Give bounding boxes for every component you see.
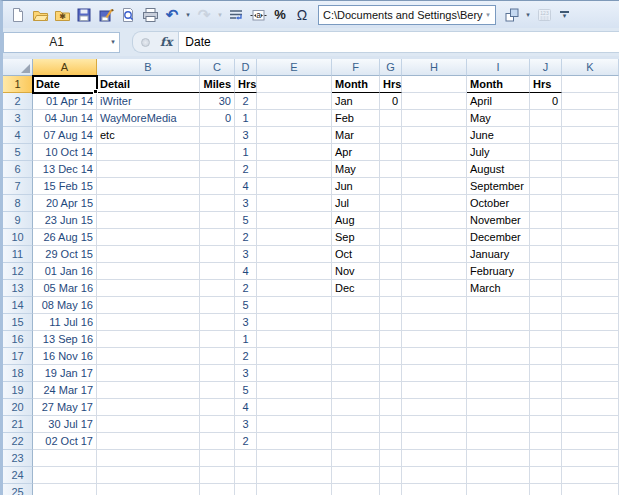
cell-I13[interactable]: March — [467, 280, 530, 297]
cell-C5[interactable] — [200, 144, 235, 161]
cell-H18[interactable] — [402, 365, 467, 382]
cell-G2[interactable]: 0 — [380, 93, 402, 110]
cell-D14[interactable]: 5 — [235, 297, 257, 314]
cell-D22[interactable]: 2 — [235, 433, 257, 450]
cell-I19[interactable] — [467, 382, 530, 399]
cell-G12[interactable] — [380, 263, 402, 280]
cell-H14[interactable] — [402, 297, 467, 314]
cell-C6[interactable] — [200, 161, 235, 178]
cell-D15[interactable]: 3 — [235, 314, 257, 331]
cell-E16[interactable] — [257, 331, 332, 348]
cell-D8[interactable]: 3 — [235, 195, 257, 212]
cell-C14[interactable] — [200, 297, 235, 314]
cell-K18[interactable] — [562, 365, 619, 382]
cell-B25[interactable] — [97, 484, 200, 495]
cell-E20[interactable] — [257, 399, 332, 416]
file-path-combobox[interactable]: C:\Documents and Settings\Bery ▾ — [318, 5, 496, 25]
name-box[interactable]: A1 ▾ — [3, 32, 120, 53]
cell-F20[interactable] — [332, 399, 380, 416]
formula-input[interactable]: Date — [178, 31, 619, 53]
cell-G22[interactable] — [380, 433, 402, 450]
row-header-5[interactable]: 5 — [3, 144, 33, 161]
cell-J22[interactable] — [530, 433, 562, 450]
cell-I10[interactable]: December — [467, 229, 530, 246]
cell-C16[interactable] — [200, 331, 235, 348]
cell-E4[interactable] — [257, 127, 332, 144]
cell-C7[interactable] — [200, 178, 235, 195]
cell-C3[interactable]: 0 — [200, 110, 235, 127]
cell-A3[interactable]: 04 Jun 14 — [33, 110, 97, 127]
row-header-7[interactable]: 7 — [3, 178, 33, 195]
cell-E17[interactable] — [257, 348, 332, 365]
wrap-text-button[interactable] — [226, 5, 246, 25]
cell-I1[interactable]: Month — [467, 76, 530, 93]
cell-F24[interactable] — [332, 467, 380, 484]
save-as-button[interactable] — [96, 5, 116, 25]
cell-B10[interactable] — [97, 229, 200, 246]
path-dropdown-arrow-icon[interactable]: ▾ — [484, 11, 492, 19]
cell-K23[interactable] — [562, 450, 619, 467]
cell-E13[interactable] — [257, 280, 332, 297]
cell-B14[interactable] — [97, 297, 200, 314]
cell-J16[interactable] — [530, 331, 562, 348]
redo-button[interactable]: ↷ — [194, 5, 214, 25]
cell-H25[interactable] — [402, 484, 467, 495]
cell-F1[interactable]: Month — [332, 76, 380, 93]
cell-K2[interactable] — [562, 93, 619, 110]
cell-H21[interactable] — [402, 416, 467, 433]
row-header-10[interactable]: 10 — [3, 229, 33, 246]
cell-K19[interactable] — [562, 382, 619, 399]
cell-A8[interactable]: 20 Apr 15 — [33, 195, 97, 212]
cell-D25[interactable] — [235, 484, 257, 495]
cell-A18[interactable]: 19 Jan 17 — [33, 365, 97, 382]
cell-E9[interactable] — [257, 212, 332, 229]
cell-B18[interactable] — [97, 365, 200, 382]
cell-J2[interactable]: 0 — [530, 93, 562, 110]
cell-K14[interactable] — [562, 297, 619, 314]
cell-H10[interactable] — [402, 229, 467, 246]
cell-B6[interactable] — [97, 161, 200, 178]
insert-symbol-button[interactable]: Ω — [292, 5, 312, 25]
cell-K16[interactable] — [562, 331, 619, 348]
cell-F21[interactable] — [332, 416, 380, 433]
undo-dropdown-arrow-icon[interactable]: ▾ — [184, 11, 192, 19]
cell-D20[interactable]: 4 — [235, 399, 257, 416]
cell-A12[interactable]: 01 Jan 16 — [33, 263, 97, 280]
cell-F5[interactable]: Apr — [332, 144, 380, 161]
cell-F23[interactable] — [332, 450, 380, 467]
cell-D2[interactable]: 2 — [235, 93, 257, 110]
cell-F13[interactable]: Dec — [332, 280, 380, 297]
cell-D5[interactable]: 1 — [235, 144, 257, 161]
cell-G4[interactable] — [380, 127, 402, 144]
cell-A17[interactable]: 16 Nov 16 — [33, 348, 97, 365]
cell-A16[interactable]: 13 Sep 16 — [33, 331, 97, 348]
cell-B15[interactable] — [97, 314, 200, 331]
cell-J17[interactable] — [530, 348, 562, 365]
cell-J15[interactable] — [530, 314, 562, 331]
cell-B7[interactable] — [97, 178, 200, 195]
cell-F25[interactable] — [332, 484, 380, 495]
cell-H20[interactable] — [402, 399, 467, 416]
cell-B23[interactable] — [97, 450, 200, 467]
cell-A7[interactable]: 15 Feb 15 — [33, 178, 97, 195]
cell-A24[interactable] — [33, 467, 97, 484]
row-header-3[interactable]: 3 — [3, 110, 33, 127]
cell-H1[interactable] — [402, 76, 467, 93]
cell-I22[interactable] — [467, 433, 530, 450]
cell-D19[interactable]: 5 — [235, 382, 257, 399]
column-header-K[interactable]: K — [562, 59, 619, 76]
cell-G15[interactable] — [380, 314, 402, 331]
save-button[interactable] — [74, 5, 94, 25]
cell-K20[interactable] — [562, 399, 619, 416]
cell-B8[interactable] — [97, 195, 200, 212]
cell-J12[interactable] — [530, 263, 562, 280]
cell-A20[interactable]: 27 May 17 — [33, 399, 97, 416]
cell-B9[interactable] — [97, 212, 200, 229]
row-header-18[interactable]: 18 — [3, 365, 33, 382]
cell-C15[interactable] — [200, 314, 235, 331]
cell-E7[interactable] — [257, 178, 332, 195]
cell-G21[interactable] — [380, 416, 402, 433]
cell-G18[interactable] — [380, 365, 402, 382]
cell-B4[interactable]: etc — [97, 127, 200, 144]
cell-A11[interactable]: 29 Oct 15 — [33, 246, 97, 263]
